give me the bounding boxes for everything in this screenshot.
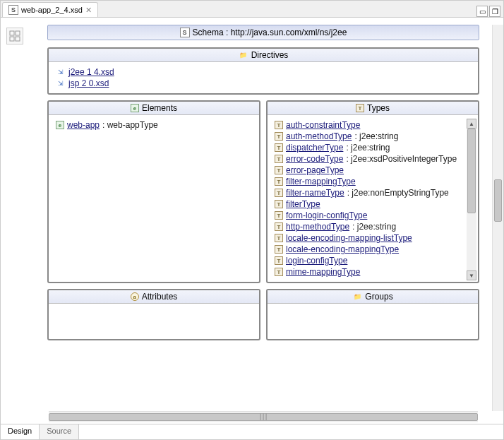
schema-icon: S	[180, 28, 190, 37]
view-mode-button[interactable]	[6, 28, 23, 44]
ic-type-icon: T	[275, 268, 283, 276]
tab-source[interactable]: Source	[40, 424, 79, 439]
item-link[interactable]: dispatcherType	[286, 143, 343, 153]
ic-type-icon: T	[275, 177, 283, 186]
groups-header[interactable]: 📁 Groups	[268, 290, 478, 304]
groups-panel: 📁 Groups	[266, 289, 479, 340]
list-item[interactable]: TdispatcherType : j2ee:string	[275, 142, 464, 153]
svg-rect-0	[10, 31, 14, 35]
list-item[interactable]: Terror-codeType : j2ee:xsdPositiveIntege…	[275, 153, 464, 165]
ic-type-icon: T	[275, 222, 283, 231]
item-type-suffix: : j2ee:nonEmptyStringType	[347, 188, 449, 198]
tab-design[interactable]: Design	[1, 424, 40, 439]
ic-type-icon: T	[275, 200, 283, 208]
item-link[interactable]: error-pageType	[286, 165, 344, 175]
item-link[interactable]: jsp 2 0.xsd	[68, 78, 109, 88]
elements-panel: e Elements eweb-app : web-appType	[47, 100, 260, 283]
directives-panel: 📁 Directives ⇲j2ee 1 4.xsd⇲jsp 2 0.xsd	[47, 47, 479, 95]
item-link[interactable]: filterType	[286, 199, 320, 209]
types-panel: T Types Tauth-constraintTypeTauth-method…	[266, 100, 479, 283]
list-item[interactable]: Tauth-methodType : j2ee:string	[275, 131, 464, 142]
folder-icon: 📁	[239, 51, 248, 59]
attributes-panel: a Attributes	[47, 289, 260, 340]
item-link[interactable]: web-app	[67, 120, 100, 130]
item-type-suffix: : web-appType	[102, 120, 158, 130]
item-link[interactable]: j2ee 1 4.xsd	[68, 67, 114, 77]
ic-elem-icon: e	[56, 121, 64, 129]
item-link[interactable]: form-login-configType	[286, 210, 367, 220]
list-item[interactable]: TfilterType	[275, 198, 464, 210]
list-item[interactable]: eweb-app : web-appType	[56, 119, 252, 131]
ic-type-icon: T	[275, 121, 283, 129]
item-link[interactable]: http-methodType	[286, 222, 349, 232]
directives-list: ⇲j2ee 1 4.xsd⇲jsp 2 0.xsd	[49, 62, 478, 93]
ic-type-icon: T	[275, 256, 283, 265]
list-item[interactable]: Tlogin-configType	[275, 255, 464, 266]
list-item[interactable]: Tform-login-configType	[275, 210, 464, 221]
elements-title: Elements	[142, 103, 177, 113]
grid-icon	[9, 30, 20, 42]
groups-list	[268, 304, 478, 339]
list-item[interactable]: Tfilter-mappingType	[275, 176, 464, 187]
item-link[interactable]: auth-methodType	[286, 131, 352, 141]
ic-type-icon: T	[275, 211, 283, 220]
minimize-icon[interactable]: ▭	[476, 6, 488, 17]
maximize-icon[interactable]: ❐	[489, 6, 500, 17]
directives-header[interactable]: 📁 Directives	[49, 49, 478, 62]
schema-file-icon: S	[8, 5, 18, 15]
attributes-header[interactable]: a Attributes	[49, 290, 259, 304]
types-header[interactable]: T Types	[268, 102, 478, 115]
item-link[interactable]: mime-mappingType	[286, 267, 360, 277]
list-item[interactable]: Tmime-mappingType	[275, 266, 464, 278]
list-item[interactable]: Thttp-methodType : j2ee:string	[275, 221, 464, 232]
item-type-suffix: : j2ee:xsdPositiveIntegerType	[346, 154, 457, 164]
groups-title: Groups	[365, 292, 392, 302]
scroll-thumb[interactable]	[467, 129, 476, 213]
horizontal-scrollbar[interactable]: ⎮⎮⎮	[49, 411, 478, 422]
scroll-up-icon[interactable]: ▲	[467, 119, 476, 129]
file-tab[interactable]: S web-app_2_4.xsd ✕	[2, 2, 98, 17]
editor-tab-bar: S web-app_2_4.xsd ✕ ▭ ❐	[1, 1, 503, 18]
list-item[interactable]: Tfilter-nameType : j2ee:nonEmptyStringTy…	[275, 187, 464, 198]
vscroll-thumb[interactable]	[494, 179, 502, 222]
hscroll-thumb[interactable]: ⎮⎮⎮	[49, 413, 478, 421]
list-item[interactable]: ⇲j2ee 1 4.xsd	[56, 66, 471, 78]
svg-rect-3	[16, 37, 20, 41]
tab-controls: ▭ ❐	[476, 6, 503, 17]
file-tab-label: web-app_2_4.xsd	[21, 6, 83, 14]
item-type-suffix: : j2ee:string	[352, 222, 396, 232]
item-link[interactable]: filter-nameType	[286, 188, 344, 198]
scroll-down-icon[interactable]: ▼	[467, 270, 476, 280]
item-link[interactable]: auth-constraintType	[286, 120, 360, 130]
ic-type-icon: T	[275, 166, 283, 174]
directives-title: Directives	[251, 50, 289, 60]
elements-list: eweb-app : web-appType	[49, 115, 259, 135]
left-toolbar	[1, 18, 35, 422]
list-item[interactable]: Tlocale-encoding-mappingType	[275, 244, 464, 255]
list-item[interactable]: Tlocale-encoding-mapping-listType	[275, 232, 464, 244]
list-item[interactable]: ⇲jsp 2 0.xsd	[56, 78, 471, 89]
elements-header[interactable]: e Elements	[49, 102, 259, 115]
attributes-title: Attributes	[142, 292, 178, 302]
list-item[interactable]: Tauth-constraintType	[275, 119, 464, 131]
schema-header[interactable]: S Schema : http://java.sun.com/xml/ns/j2…	[47, 25, 479, 40]
ic-import-icon: ⇲	[56, 79, 66, 88]
item-link[interactable]: locale-encoding-mapping-listType	[286, 233, 412, 243]
ic-import-icon: ⇲	[56, 68, 66, 76]
schema-design-area: S Schema : http://java.sun.com/xml/ns/j2…	[35, 18, 503, 422]
bottom-tab-bar: Design Source	[1, 424, 503, 439]
vertical-scrollbar[interactable]	[492, 25, 503, 411]
types-title: Types	[367, 103, 390, 113]
item-link[interactable]: error-codeType	[286, 154, 343, 164]
close-icon[interactable]: ✕	[85, 6, 92, 15]
list-item[interactable]: Terror-pageType	[275, 165, 464, 176]
item-link[interactable]: locale-encoding-mappingType	[286, 244, 399, 254]
types-scrollbar[interactable]: ▲ ▼	[467, 119, 476, 280]
item-link[interactable]: login-configType	[286, 256, 347, 266]
ic-type-icon: T	[275, 155, 283, 163]
item-type-suffix: : j2ee:string	[346, 143, 390, 153]
item-type-suffix: : j2ee:string	[354, 131, 398, 141]
item-link[interactable]: filter-mappingType	[286, 177, 356, 186]
types-list: Tauth-constraintTypeTauth-methodType : j…	[268, 115, 478, 282]
ic-type-icon: T	[275, 245, 283, 254]
